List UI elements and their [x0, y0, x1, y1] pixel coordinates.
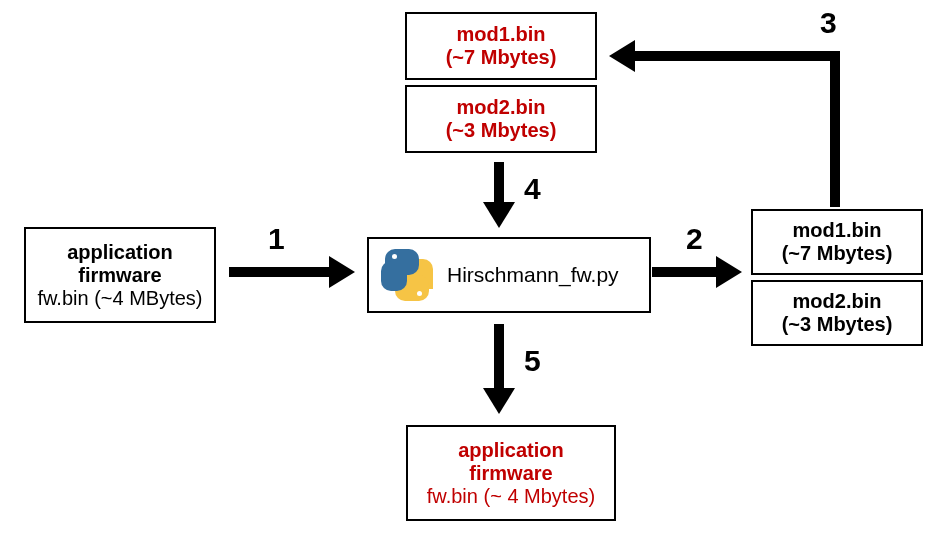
arrow-3-head [609, 40, 635, 72]
input-subtitle: firmware [78, 264, 161, 287]
arrow-1-head [329, 256, 355, 288]
box-right-mod1: mod1.bin (~7 Mbytes) [751, 209, 923, 275]
arrow-3-shaft-horiz [635, 51, 840, 61]
arrow-2-shaft [652, 267, 716, 277]
script-name: Hirschmann_fw.py [447, 263, 619, 287]
arrow-5-head [483, 388, 515, 414]
output-subtitle: firmware [469, 462, 552, 485]
right-mod1-name: mod1.bin [793, 219, 882, 242]
step-label-2: 2 [686, 222, 703, 256]
top-mod2-name: mod2.bin [457, 96, 546, 119]
arrow-5-shaft [494, 324, 504, 388]
step-label-3: 3 [820, 6, 837, 40]
box-top-mod2: mod2.bin (~3 Mbytes) [405, 85, 597, 153]
arrow-2-head [716, 256, 742, 288]
top-mod2-size: (~3 Mbytes) [446, 119, 557, 142]
box-top-mod1: mod1.bin (~7 Mbytes) [405, 12, 597, 80]
right-mod1-size: (~7 Mbytes) [782, 242, 893, 265]
python-icon [381, 249, 433, 301]
step-label-1: 1 [268, 222, 285, 256]
step-label-5: 5 [524, 344, 541, 378]
box-script: Hirschmann_fw.py [367, 237, 651, 313]
arrow-4-shaft [494, 162, 504, 202]
input-file: fw.bin (~4 MBytes) [37, 287, 202, 310]
top-mod1-size: (~7 Mbytes) [446, 46, 557, 69]
box-right-mod2: mod2.bin (~3 Mbytes) [751, 280, 923, 346]
box-input-firmware: application firmware fw.bin (~4 MBytes) [24, 227, 216, 323]
right-mod2-size: (~3 Mbytes) [782, 313, 893, 336]
arrow-4-head [483, 202, 515, 228]
arrow-3-shaft-vert [830, 51, 840, 207]
step-label-4: 4 [524, 172, 541, 206]
right-mod2-name: mod2.bin [793, 290, 882, 313]
box-output-firmware: application firmware fw.bin (~ 4 Mbytes) [406, 425, 616, 521]
output-title: application [458, 439, 564, 462]
output-file: fw.bin (~ 4 Mbytes) [427, 485, 595, 508]
arrow-1-shaft [229, 267, 329, 277]
firmware-flow-diagram: mod1.bin (~7 Mbytes) mod2.bin (~3 Mbytes… [0, 0, 936, 542]
input-title: application [67, 241, 173, 264]
top-mod1-name: mod1.bin [457, 23, 546, 46]
